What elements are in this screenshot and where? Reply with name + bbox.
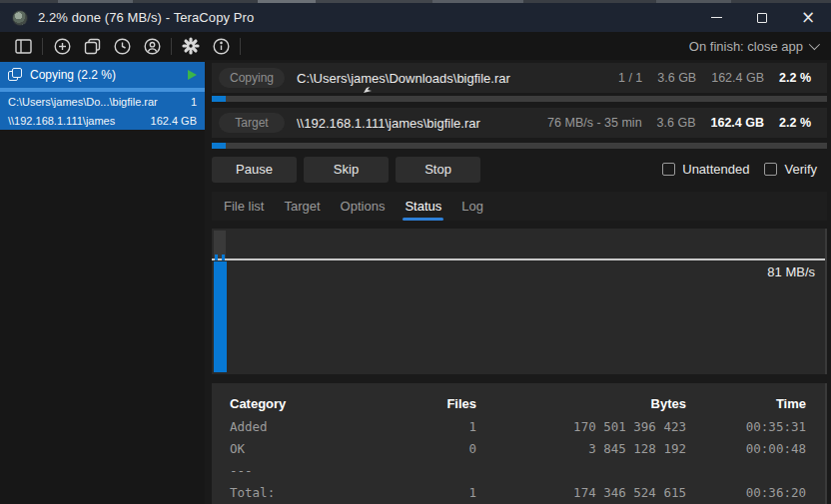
header-bytes: Bytes: [476, 396, 686, 411]
cell-category: Added: [230, 419, 360, 434]
checkbox-icon: [662, 163, 675, 176]
source-percent: 2.2 %: [779, 71, 811, 85]
play-icon[interactable]: [188, 70, 197, 80]
task-card-header: Copying (2.2 %): [0, 62, 205, 88]
graph-current-speed-bar: [214, 261, 227, 372]
table-row-added: Added 1 170 501 396 423 00:35:31: [212, 415, 825, 437]
cell-category: ---: [230, 463, 360, 478]
history-clock-icon: [114, 38, 131, 55]
cell-bytes: 3 845 128 192: [476, 441, 686, 456]
add-task-button[interactable]: [47, 33, 77, 59]
source-progress-fill: [212, 96, 226, 102]
task-total-size: 162.4 GB: [151, 115, 197, 127]
graph-average-line: [212, 258, 825, 260]
target-speed-eta: 76 MB/s - 35 min: [547, 116, 641, 130]
tab-bar: File list Target Options Status Log: [212, 192, 827, 221]
graph-speed-spike: [222, 254, 225, 260]
speed-graph: 81 MB/s: [212, 229, 827, 374]
target-path: \\192.168.1.111\james\bigfile.rar: [297, 116, 547, 131]
copying-badge: Copying: [219, 68, 285, 88]
table-row-total: Total: 1 174 346 524 615 00:36:20: [212, 481, 825, 503]
copy-button[interactable]: [77, 33, 107, 59]
sidebar-toggle-icon: [15, 39, 32, 54]
cell-bytes: 170 501 396 423: [476, 419, 686, 434]
target-badge: Target: [219, 113, 285, 133]
tab-target[interactable]: Target: [274, 194, 330, 219]
status-table: Category Files Bytes Time Added 1 170 50…: [212, 383, 827, 504]
toolbar-separator: [171, 38, 172, 55]
task-label: Copying (2.2 %): [30, 68, 180, 82]
cell-category: Total:: [230, 485, 360, 500]
verify-checkbox[interactable]: Verify: [764, 162, 817, 177]
teracopy-app-icon: [12, 10, 28, 26]
task-sidebar: Copying (2.2 %) C:\Users\james\Do...\big…: [0, 60, 205, 504]
cell-files: 0: [360, 441, 476, 456]
tab-status[interactable]: Status: [395, 194, 451, 219]
maximize-button[interactable]: [739, 3, 785, 32]
toolbar-separator: [42, 38, 43, 55]
tab-log[interactable]: Log: [451, 194, 493, 219]
header-time: Time: [686, 396, 806, 411]
unattended-checkbox[interactable]: Unattended: [662, 162, 749, 177]
task-source-row: C:\Users\james\Do...\bigfile.rar 1: [0, 92, 205, 111]
table-header-row: Category Files Bytes Time: [212, 391, 825, 415]
tab-file-list[interactable]: File list: [214, 194, 274, 219]
copy-icon: [84, 38, 101, 55]
toolbar: On finish: close app: [0, 32, 831, 60]
settings-button[interactable]: [176, 33, 206, 59]
close-button[interactable]: ×: [785, 3, 831, 32]
sidebar-toggle-button[interactable]: [8, 33, 38, 59]
profile-user-icon: [144, 38, 161, 55]
verify-label: Verify: [784, 162, 817, 177]
source-path: C:\Users\james\Downloads\bigfile.rar: [297, 71, 618, 86]
source-file-row: Copying C:\Users\james\Downloads\bigfile…: [212, 63, 827, 93]
about-button[interactable]: [206, 33, 236, 59]
close-icon: ×: [801, 9, 815, 26]
target-progress-bar: [212, 143, 827, 149]
minimize-button[interactable]: [693, 3, 739, 32]
source-total-size: 162.4 GB: [711, 71, 764, 85]
window-title: 2.2% done (76 MB/s) - TeraCopy Pro: [38, 10, 254, 25]
info-icon: [213, 38, 230, 55]
target-total-size: 162.4 GB: [711, 116, 765, 130]
source-stats: 1 / 1 3.6 GB 162.4 GB 2.2 %: [618, 71, 811, 85]
target-progress-fill: [212, 143, 226, 149]
cell-bytes: 174 346 524 615: [476, 485, 686, 500]
action-bar: Pause Skip Stop Unattended Verify: [212, 156, 827, 183]
tab-options[interactable]: Options: [331, 194, 396, 219]
source-progress-bar: [212, 96, 827, 102]
cell-time: 00:36:20: [686, 485, 806, 500]
task-target-row: \\192.168.1.111\james 162.4 GB: [0, 111, 205, 130]
stop-button[interactable]: Stop: [396, 157, 480, 183]
settings-gear-icon: [182, 37, 200, 55]
teracopy-window: 2.2% done (76 MB/s) - TeraCopy Pro ×: [0, 0, 831, 504]
task-card-copying[interactable]: Copying (2.2 %) C:\Users\james\Do...\big…: [0, 62, 205, 130]
cell-category: OK: [230, 441, 360, 456]
pause-button[interactable]: Pause: [212, 157, 297, 183]
minimize-icon: [711, 17, 722, 18]
source-file-count: 1 / 1: [618, 71, 642, 85]
task-source-path: C:\Users\james\Do...\bigfile.rar: [8, 96, 158, 108]
table-row-separator: ---: [212, 459, 825, 481]
on-finish-dropdown[interactable]: On finish: close app: [689, 39, 817, 54]
cell-time: 00:35:31: [686, 419, 806, 434]
skip-button[interactable]: Skip: [304, 157, 389, 183]
graph-speed-label: 81 MB/s: [767, 264, 815, 279]
unattended-label: Unattended: [682, 162, 749, 177]
header-category: Category: [230, 396, 360, 411]
cell-files: 1: [360, 419, 476, 434]
header-files: Files: [360, 396, 476, 411]
add-icon: [54, 38, 71, 55]
option-checkboxes: Unattended Verify: [662, 162, 827, 177]
checkbox-icon: [764, 163, 777, 176]
copy-task-icon: [8, 68, 22, 82]
table-row-ok: OK 0 3 845 128 192 00:00:48: [212, 437, 825, 459]
chevron-down-icon: [809, 39, 820, 50]
history-button[interactable]: [107, 33, 137, 59]
profile-button[interactable]: [137, 33, 167, 59]
task-target-path: \\192.168.1.111\james: [8, 115, 115, 127]
toolbar-separator: [240, 38, 241, 55]
task-file-count: 1: [191, 96, 197, 108]
window-controls: ×: [693, 3, 831, 32]
main-panel: Copying C:\Users\james\Downloads\bigfile…: [205, 60, 831, 504]
